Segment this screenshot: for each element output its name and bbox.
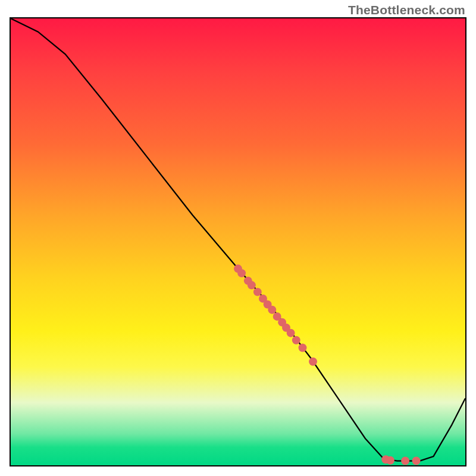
scatter-point	[287, 329, 295, 337]
scatter-point	[253, 288, 262, 296]
scatter-point	[401, 457, 409, 465]
watermark-text: TheBottleneck.com	[348, 3, 465, 17]
scatter-point	[412, 457, 421, 465]
scatter-point	[268, 306, 276, 314]
scatter-point	[299, 343, 307, 352]
scatter-point	[309, 358, 317, 366]
scatter-point	[248, 281, 256, 289]
scatter-point	[292, 336, 300, 345]
scatter-point	[386, 456, 394, 465]
chart-overlay	[11, 18, 465, 465]
scatter-points	[234, 265, 420, 465]
scatter-point	[237, 269, 246, 277]
bottleneck-curve	[11, 18, 465, 461]
chart-frame	[10, 17, 466, 466]
